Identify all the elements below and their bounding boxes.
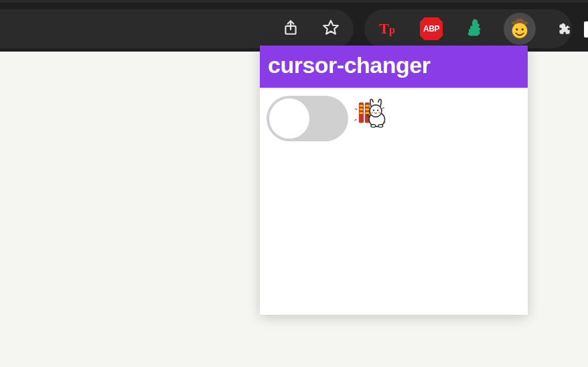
- svg-point-20: [378, 112, 380, 114]
- svg-rect-10: [360, 108, 363, 111]
- popup-body: [260, 88, 528, 315]
- popup-title: cursor-changer: [260, 46, 528, 88]
- bookmark-button[interactable]: [320, 18, 342, 40]
- svg-point-5: [516, 28, 518, 30]
- svg-point-16: [370, 105, 382, 117]
- svg-point-6: [522, 28, 524, 30]
- toggle-knob: [269, 98, 309, 139]
- svg-rect-13: [366, 108, 369, 111]
- extension-popup: cursor-changer: [260, 46, 528, 315]
- abp-icon: ABP: [420, 17, 443, 40]
- extension-flash[interactable]: [459, 13, 492, 45]
- browser-toolbar: Tp ABP: [0, 3, 588, 52]
- svg-point-21: [371, 125, 376, 127]
- star-icon: [322, 19, 340, 39]
- cowboy-emoji-icon: [508, 17, 531, 40]
- cropped-element: [584, 21, 588, 38]
- svg-point-22: [378, 125, 383, 127]
- share-button[interactable]: [280, 18, 301, 40]
- svg-rect-9: [360, 105, 363, 107]
- enable-toggle[interactable]: [267, 96, 348, 141]
- svg-marker-1: [323, 21, 338, 34]
- extension-tp[interactable]: Tp: [371, 13, 403, 45]
- extension-cursor-changer[interactable]: [504, 13, 536, 45]
- tp-icon: Tp: [379, 20, 395, 38]
- extension-abp[interactable]: ABP: [415, 13, 447, 45]
- flash-icon: [465, 17, 486, 40]
- svg-point-18: [377, 110, 378, 111]
- svg-point-4: [512, 23, 528, 39]
- puzzle-icon: [555, 19, 573, 39]
- extensions-menu-button[interactable]: [548, 13, 580, 45]
- url-actions-pill: [0, 9, 354, 48]
- svg-rect-12: [366, 105, 369, 107]
- svg-rect-14: [366, 112, 369, 114]
- share-icon: [282, 19, 299, 39]
- svg-rect-11: [360, 112, 363, 114]
- cursor-preview: [351, 97, 388, 135]
- svg-point-17: [373, 110, 374, 111]
- extensions-pill: Tp ABP: [364, 9, 572, 48]
- bunny-icon: [352, 96, 388, 135]
- svg-point-19: [371, 112, 373, 114]
